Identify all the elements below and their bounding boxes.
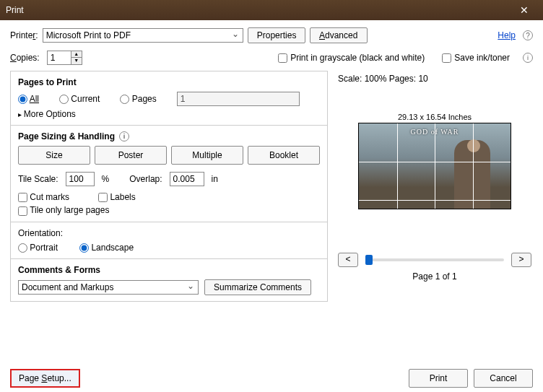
cutmarks-checkbox[interactable]: Cut marks [18, 192, 69, 202]
tile-scale-input[interactable] [66, 172, 95, 186]
size-button[interactable]: Size [18, 146, 90, 165]
copies-label: Copies: [10, 53, 40, 63]
printer-label: Printer: [10, 30, 38, 40]
help-icon[interactable]: ? [523, 30, 533, 40]
multiple-button[interactable]: Multiple [171, 146, 243, 165]
pages-to-print-panel: Pages to Print All Current Pages More Op… [10, 71, 328, 126]
more-options[interactable]: More Options [18, 109, 320, 119]
info-icon[interactable]: i [523, 53, 533, 63]
percent-label: % [102, 174, 110, 184]
prev-page-button[interactable]: < [338, 253, 358, 267]
grayscale-checkbox[interactable]: Print in grayscale (black and white) [278, 53, 425, 63]
comments-panel: Comments & Forms Document and Markups Su… [10, 259, 328, 302]
copies-input[interactable] [47, 51, 71, 65]
printer-row: Printer: Microsoft Print to PDF Properti… [10, 27, 533, 43]
saveink-label: Save ink/toner [454, 53, 510, 63]
labels-checkbox[interactable]: Labels [98, 192, 136, 202]
sizing-title: Page Sizing & Handling i [18, 131, 320, 141]
advanced-button[interactable]: Advanced [310, 27, 368, 43]
overlap-input[interactable] [170, 172, 204, 186]
overlap-unit: in [212, 174, 218, 184]
page-slider[interactable] [365, 258, 504, 261]
titlebar: Print ✕ [0, 0, 543, 20]
pages-range-input [177, 92, 300, 106]
overlap-label: Overlap: [129, 174, 162, 184]
comments-select[interactable]: Document and Markups [18, 280, 199, 295]
saveink-checkbox[interactable]: Save ink/toner [442, 53, 510, 63]
orientation-title: Orientation: [18, 228, 320, 238]
page-setup-button[interactable]: Page Setup... [10, 369, 80, 388]
cancel-button[interactable]: Cancel [474, 369, 533, 388]
comments-title: Comments & Forms [18, 265, 320, 275]
close-icon[interactable]: ✕ [511, 4, 537, 16]
poster-button[interactable]: Poster [95, 146, 167, 165]
copies-spinner[interactable]: ▲▼ [71, 51, 82, 65]
next-page-button[interactable]: > [511, 253, 531, 267]
radio-pages[interactable]: Pages [120, 94, 156, 104]
info-icon-sizing[interactable]: i [119, 131, 129, 141]
help-link[interactable]: Help [498, 30, 516, 40]
printer-select[interactable]: Microsoft Print to PDF [43, 28, 243, 43]
preview-image: GOD of WAR [358, 123, 511, 209]
dimensions-label: 29.13 x 16.54 Inches [338, 113, 531, 121]
copies-row: Copies: ▲▼ Print in grayscale (black and… [10, 51, 533, 65]
window-title: Print [6, 5, 511, 15]
radio-landscape[interactable]: Landscape [79, 243, 134, 253]
radio-current[interactable]: Current [59, 94, 100, 104]
summarize-button[interactable]: Summarize Comments [204, 279, 311, 295]
tilelarge-checkbox[interactable]: Tile only large pages [18, 205, 109, 215]
scale-pages-info: Scale: 100% Pages: 10 [338, 74, 531, 84]
radio-portrait[interactable]: Portrait [18, 243, 58, 253]
print-button[interactable]: Print [409, 369, 468, 388]
preview-column: Scale: 100% Pages: 10 29.13 x 16.54 Inch… [334, 71, 533, 362]
properties-button[interactable]: Properties [248, 27, 305, 43]
page-of-label: Page 1 of 1 [338, 271, 531, 282]
tile-scale-label: Tile Scale: [18, 174, 58, 184]
grayscale-label: Print in grayscale (black and white) [290, 53, 425, 63]
orientation-panel: Orientation: Portrait Landscape [10, 222, 328, 259]
radio-all[interactable]: All [18, 94, 39, 104]
booklet-button[interactable]: Booklet [248, 146, 320, 165]
pages-title: Pages to Print [18, 77, 320, 87]
sizing-panel: Page Sizing & Handling i Size Poster Mul… [10, 126, 328, 222]
